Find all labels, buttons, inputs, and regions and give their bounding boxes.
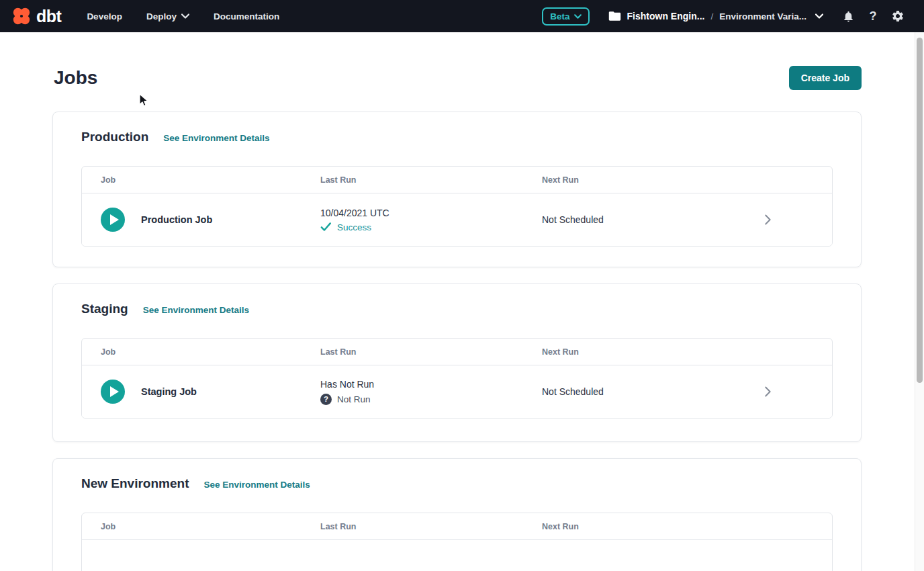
job-name: Production Job xyxy=(141,214,212,225)
column-header-next-run: Next Run xyxy=(542,347,731,357)
chevron-right-icon[interactable] xyxy=(760,384,775,399)
job-row-production[interactable]: Production Job 10/04/2021 UTC Success No… xyxy=(82,193,832,246)
column-header-job: Job xyxy=(82,522,320,531)
nav-documentation[interactable]: Documentation xyxy=(214,11,279,21)
column-header-last-run: Last Run xyxy=(320,175,542,185)
last-run-date: Has Not Run xyxy=(320,379,542,390)
env-name: Staging xyxy=(81,302,128,316)
breadcrumb-page: Environment Varia... xyxy=(719,11,806,21)
column-header-job: Job xyxy=(82,347,320,357)
chevron-down-icon xyxy=(574,14,582,19)
column-header-next-run: Next Run xyxy=(542,175,731,185)
next-run-value: Not Scheduled xyxy=(542,386,731,397)
table-header-row: Job Last Run Next Run xyxy=(82,513,832,540)
job-table: Job Last Run Next Run Staging Job Has No… xyxy=(81,338,833,419)
breadcrumb-org: Fishtown Engin... xyxy=(627,11,705,21)
title-row: Jobs Create Job xyxy=(54,66,862,90)
run-job-button[interactable] xyxy=(101,208,125,232)
help-icon[interactable]: ? xyxy=(866,9,880,24)
brand-name: dbt xyxy=(36,7,61,26)
bell-icon[interactable] xyxy=(841,9,856,24)
status-badge: Not Run xyxy=(337,394,371,404)
status-badge: Success xyxy=(337,222,371,232)
env-card-staging: Staging See Environment Details Job Last… xyxy=(52,283,862,442)
folder-icon xyxy=(608,11,621,21)
run-job-button[interactable] xyxy=(101,380,125,404)
env-name: New Environment xyxy=(81,476,189,491)
env-card-production: Production See Environment Details Job L… xyxy=(52,112,862,267)
breadcrumb[interactable]: Fishtown Engin... / Environment Varia... xyxy=(608,11,823,21)
job-name: Staging Job xyxy=(141,386,197,397)
column-header-last-run: Last Run xyxy=(320,347,542,357)
play-icon xyxy=(110,386,119,397)
column-header-job: Job xyxy=(82,175,320,185)
job-table: Job Last Run Next Run Production Job 10/… xyxy=(81,166,833,247)
table-header-row: Job Last Run Next Run xyxy=(82,167,832,193)
nav-links: Develop Deploy Documentation xyxy=(87,11,279,21)
chevron-down-icon xyxy=(815,13,823,19)
next-run-value: Not Scheduled xyxy=(542,214,731,225)
dbt-logo[interactable]: dbt xyxy=(11,5,61,27)
job-table: Job Last Run Next Run ? xyxy=(81,513,833,571)
gear-icon[interactable] xyxy=(890,9,905,24)
create-job-button[interactable]: Create Job xyxy=(789,66,862,90)
play-icon xyxy=(110,214,119,225)
chevron-right-icon[interactable] xyxy=(760,212,775,227)
check-icon xyxy=(320,222,332,232)
beta-dropdown[interactable]: Beta xyxy=(542,7,589,26)
table-header-row: Job Last Run Next Run xyxy=(82,339,832,365)
job-row-staging[interactable]: Staging Job Has Not Run ? Not Run Not Sc… xyxy=(82,365,832,418)
env-name: Production xyxy=(81,130,148,144)
env-card-new-environment: New Environment See Environment Details … xyxy=(52,458,862,571)
scrollbar-track[interactable] xyxy=(915,32,924,571)
scrollbar-thumb[interactable] xyxy=(917,38,923,383)
chevron-down-icon xyxy=(181,13,189,19)
column-header-next-run: Next Run xyxy=(542,522,731,531)
nav-right: Beta Fishtown Engin... / Environment Var… xyxy=(542,7,905,26)
see-environment-details-link[interactable]: See Environment Details xyxy=(143,305,249,315)
breadcrumb-separator: / xyxy=(710,11,713,21)
page-title: Jobs xyxy=(54,67,97,89)
dbt-logo-icon xyxy=(11,5,32,27)
nav-icons: ? xyxy=(841,9,905,24)
last-run-date: 10/04/2021 UTC xyxy=(320,208,542,218)
column-header-last-run: Last Run xyxy=(320,522,542,531)
empty-state: ? xyxy=(82,540,832,571)
top-nav: dbt Develop Deploy Documentation Beta Fi… xyxy=(0,0,924,32)
nav-develop[interactable]: Develop xyxy=(87,11,122,21)
question-icon: ? xyxy=(320,394,332,405)
see-environment-details-link[interactable]: See Environment Details xyxy=(163,133,269,143)
see-environment-details-link[interactable]: See Environment Details xyxy=(203,480,310,490)
main-content: Jobs Create Job Production See Environme… xyxy=(0,32,915,571)
nav-deploy[interactable]: Deploy xyxy=(146,11,189,21)
